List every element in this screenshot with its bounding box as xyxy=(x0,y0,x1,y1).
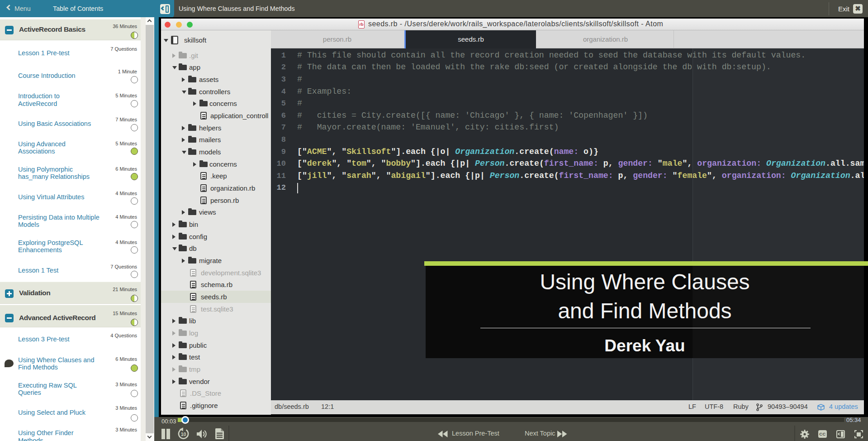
svg-text:10: 10 xyxy=(181,431,186,437)
